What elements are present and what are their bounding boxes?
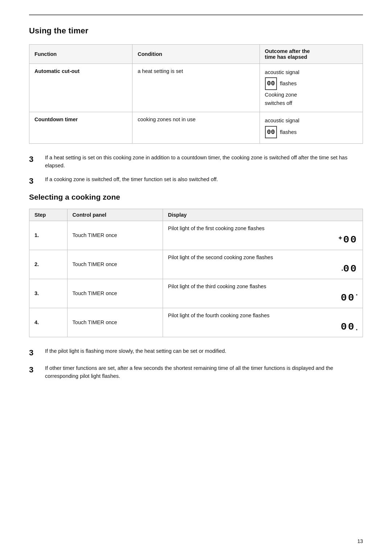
info-item-1: 3 If a heat setting is set on this cooki… [29,154,363,170]
info-text-3: If the pilot light is flashing more slow… [45,347,363,355]
info-item-3: 3 If the pilot light is flashing more sl… [29,347,363,359]
function-label-1: Automatic cut-out [29,64,132,112]
control-4: Touch TIMER once [67,308,163,337]
step-num-2: 2. [29,250,68,279]
outcome-1: acoustic signal 00 flashes Cooking zone … [260,64,363,112]
display-3: Pilot light of the third cooking zone fl… [163,279,363,308]
condition-1: a heat setting is set [132,64,260,112]
page-title: Using the timer [29,26,363,36]
control-2: Touch TIMER once [67,250,163,279]
bullet-2: 3 [29,175,45,187]
table-row: Countdown timer cooking zones not in use… [29,112,363,144]
col-header-condition: Condition [132,45,260,64]
info-text-4: If other timer functions are set, after … [45,364,363,380]
zone-row-4: 4. Touch TIMER once Pilot light of the f… [29,308,363,337]
top-border [29,15,363,15]
zone-col-display: Display [163,209,363,221]
col-header-function: Function [29,45,132,64]
display-2: Pilot light of the second cooking zone f… [163,250,363,279]
function-label-2: Countdown timer [29,112,132,144]
info-item-2: 3 If a cooking zone is switched off, the… [29,176,363,187]
zone-row-2: 2. Touch TIMER once Pilot light of the s… [29,250,363,279]
step-num-4: 4. [29,308,68,337]
step-num-1: 1. [29,221,68,250]
page-number: 13 [357,538,363,544]
bullet-3: 3 [29,347,45,359]
table-row: Automatic cut-out a heat setting is set … [29,64,363,112]
info-text-2: If a cooking zone is switched off, the t… [45,176,363,184]
control-1: Touch TIMER once [67,221,163,250]
zone-row-3: 3. Touch TIMER once Pilot light of the t… [29,279,363,308]
zone-col-step: Step [29,209,68,221]
display-1: Pilot light of the first cooking zone fl… [163,221,363,250]
display-4: Pilot light of the fourth cooking zone f… [163,308,363,337]
outcome-2: acoustic signal 00 flashes [260,112,363,144]
section2-title: Selecting a cooking zone [29,193,363,201]
step-num-3: 3. [29,279,68,308]
zone-col-control: Control panel [67,209,163,221]
bullet-1: 3 [29,153,45,165]
bullet-4: 3 [29,364,45,376]
col-header-outcome: Outcome after thetime has elapsed [260,45,363,64]
info-item-4: 3 If other timer functions are set, afte… [29,364,363,380]
control-3: Touch TIMER once [67,279,163,308]
condition-2: cooking zones not in use [132,112,260,144]
timer-table: Function Condition Outcome after thetime… [29,44,363,144]
zone-row-1: 1. Touch TIMER once Pilot light of the f… [29,221,363,250]
zone-table: Step Control panel Display 1. Touch TIME… [29,209,363,337]
info-text-1: If a heat setting is set on this cooking… [45,154,363,170]
